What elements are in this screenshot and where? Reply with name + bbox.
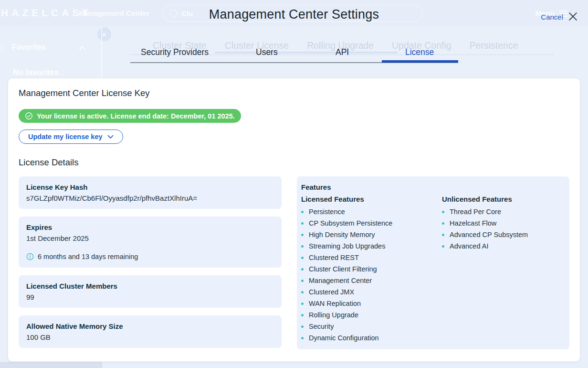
feature-label: Streaming Job Upgrades: [309, 242, 385, 250]
unlicensed-features-column: Unlicensed Features Thread Per CoreHazel…: [442, 193, 565, 344]
bullet-dot: [301, 280, 304, 282]
bullet-dot: [301, 291, 304, 293]
feature-label: WAN Replication: [309, 300, 361, 307]
feature-item: Streaming Job Upgrades: [301, 240, 442, 252]
feature-item: Persistence: [301, 206, 442, 217]
features-columns: Licensed Features PersistenceCP Subsyste…: [301, 193, 565, 344]
info-icon: [26, 253, 34, 260]
licensed-features-heading: Licensed Features: [301, 194, 442, 204]
bullet-dot: [442, 211, 444, 213]
active-tab-underline: [382, 60, 458, 63]
card-label: Licensed Cluster Members: [26, 281, 274, 291]
license-details-heading: License Details: [19, 157, 569, 168]
feature-item: Advanced AI: [442, 240, 565, 252]
settings-modal: Management Center Settings Cancel Securi…: [0, 0, 588, 368]
tab-api[interactable]: API: [336, 47, 349, 57]
license-key-hash-card: License Key Hash s7GLZpf0WTMiz/Cb6Fl/Oyy…: [19, 176, 282, 209]
card-label: Expires: [26, 222, 274, 232]
update-license-label: Update my license key: [28, 133, 103, 141]
bullet-dot: [301, 245, 304, 248]
feature-label: Thread Per Core: [450, 208, 501, 216]
license-key-heading: Management Center License Key: [19, 88, 569, 98]
feature-item: Management Center: [301, 275, 442, 286]
feature-label: Dynamic Configuration: [309, 334, 379, 342]
feature-label: Management Center: [309, 277, 372, 284]
licensed-features-list: PersistenceCP Subsystem PersistenceHigh …: [301, 206, 442, 344]
feature-label: Persistence: [309, 208, 345, 216]
features-card: Features Licensed Features PersistenceCP…: [297, 176, 569, 349]
bullet-dot: [442, 234, 444, 236]
feature-label: CP Subsystem Persistence: [309, 219, 392, 227]
feature-item: Hazelcast Flow: [442, 217, 565, 229]
tab-license[interactable]: License: [405, 47, 434, 57]
feature-item: Advanced CP Subsystem: [442, 229, 565, 240]
page-title: Management Center Settings: [0, 7, 588, 22]
license-details-grid: License Key Hash s7GLZpf0WTMiz/Cb6Fl/Oyy…: [19, 176, 569, 349]
bullet-dot: [301, 268, 304, 271]
feature-item: CP Subsystem Persistence: [301, 217, 442, 229]
bullet-dot: [442, 222, 444, 225]
feature-item: Clustered REST: [301, 252, 442, 263]
feature-label: Hazelcast Flow: [450, 219, 496, 227]
feature-item: Clustered JMX: [301, 286, 442, 298]
chevron-down-icon: [107, 135, 114, 139]
update-license-button[interactable]: Update my license key: [19, 130, 123, 144]
tab-security-providers[interactable]: Security Providers: [141, 47, 209, 57]
app-screen: HAZELCAST Management Center Clu Menu ☆ F…: [0, 0, 588, 368]
feature-item: WAN Replication: [301, 298, 442, 309]
bullet-dot: [301, 314, 304, 316]
check-circle-icon: [25, 112, 33, 120]
feature-item: Rolling Upgrade: [301, 309, 442, 321]
card-value: 100 GB: [26, 332, 274, 342]
feature-item: High Density Memory: [301, 229, 442, 240]
bullet-dot: [301, 257, 304, 259]
bullet-dot: [301, 234, 304, 236]
feature-label: Advanced AI: [450, 242, 488, 250]
licensed-features-column: Licensed Features PersistenceCP Subsyste…: [301, 193, 442, 344]
license-status-banner: Your license is active. License end date…: [19, 109, 241, 123]
feature-item: Dynamic Configuration: [301, 332, 442, 344]
feature-label: Cluster Client Filtering: [309, 265, 377, 273]
card-value: 1st December 2025: [26, 233, 274, 243]
remaining-time-note: 6 months and 13 days remaining: [26, 251, 274, 262]
feature-label: Security: [309, 323, 334, 330]
feature-label: Rolling Upgrade: [309, 311, 358, 319]
bullet-dot: [301, 325, 304, 328]
bullet-dot: [301, 337, 304, 339]
tab-users[interactable]: Users: [256, 47, 278, 57]
feature-label: Clustered JMX: [309, 288, 354, 296]
feature-label: Advanced CP Subsystem: [450, 231, 528, 238]
unlicensed-features-list: Thread Per CoreHazelcast FlowAdvanced CP…: [442, 206, 565, 252]
details-column: License Key Hash s7GLZpf0WTMiz/Cb6Fl/Oyy…: [19, 176, 282, 349]
cluster-members-card: Licensed Cluster Members 99: [19, 275, 282, 308]
card-value: 99: [26, 292, 274, 302]
expires-card: Expires 1st December 2025 6 months and 1…: [19, 216, 282, 268]
feature-item: Cluster Client Filtering: [301, 263, 442, 275]
feature-item: Security: [301, 321, 442, 332]
license-status-text: Your license is active. License end date…: [37, 112, 235, 120]
cancel-button[interactable]: Cancel: [541, 13, 563, 21]
remaining-time-text: 6 months and 13 days remaining: [38, 251, 138, 262]
feature-label: Clustered REST: [309, 254, 359, 261]
close-icon[interactable]: [568, 11, 578, 22]
features-heading: Features: [301, 182, 565, 192]
card-label: License Key Hash: [26, 182, 274, 192]
feature-label: High Density Memory: [309, 231, 375, 238]
bullet-dot: [301, 303, 304, 305]
card-label: Allowed Native Memory Size: [26, 321, 274, 331]
bullet-dot: [301, 222, 304, 225]
native-memory-card: Allowed Native Memory Size 100 GB: [19, 315, 282, 348]
license-panel: Management Center License Key Your licen…: [8, 78, 580, 362]
feature-item: Thread Per Core: [442, 206, 565, 217]
card-value: s7GLZpf0WTMiz/Cb6Fl/Oyyasdfp2r/pfhvBaztX…: [26, 193, 274, 203]
bullet-dot: [301, 211, 304, 213]
unlicensed-features-heading: Unlicensed Features: [442, 194, 565, 204]
bullet-dot: [442, 245, 444, 248]
